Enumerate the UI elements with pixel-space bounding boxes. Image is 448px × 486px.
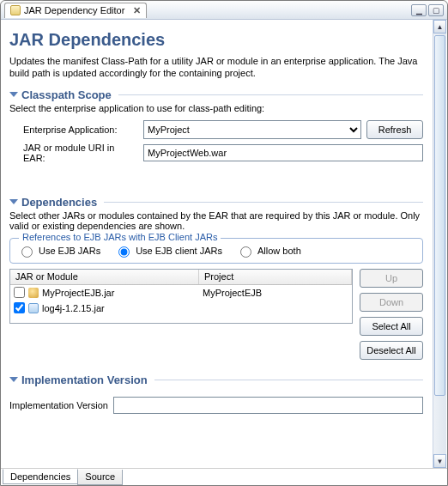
table-header-jar[interactable]: JAR or Module xyxy=(10,270,199,284)
section-header-classpath-scope[interactable]: Classpath Scope xyxy=(9,88,423,101)
implementation-version-label: Implementation Version xyxy=(9,400,108,410)
implementation-version-input[interactable] xyxy=(113,397,423,414)
window-controls: ▁ ▢ xyxy=(411,4,444,16)
enterprise-application-label: Enterprise Application: xyxy=(23,125,138,135)
dependencies-table[interactable]: JAR or Module Project MyProjectEJB.jar M… xyxy=(9,269,353,324)
ejb-reference-groupbox: References to EJB JARs with EJB Client J… xyxy=(9,238,423,264)
row-checkbox[interactable] xyxy=(14,302,25,313)
classpath-scope-description: Select the enterprise application to use… xyxy=(9,103,423,113)
minimize-button[interactable]: ▁ xyxy=(411,4,427,16)
jar-file-icon xyxy=(28,303,39,313)
bottom-tab-bar: Dependencies Source xyxy=(1,468,447,485)
chevron-down-icon[interactable] xyxy=(9,199,18,204)
jar-uri-input[interactable] xyxy=(143,144,423,161)
radio-allow-both[interactable]: Allow both xyxy=(236,244,301,258)
editor-tab[interactable]: JAR Dependency Editor ✕ xyxy=(4,3,147,18)
row-checkbox[interactable] xyxy=(14,287,25,298)
radio-use-ejb-client-jars[interactable]: Use EJB client JARs xyxy=(114,244,222,258)
section-rule xyxy=(118,94,423,95)
row-jar-name: log4j-1.2.15.jar xyxy=(42,303,105,313)
section-rule xyxy=(154,380,423,380)
section-rule xyxy=(104,202,423,203)
window-titlebar: JAR Dependency Editor ✕ ▁ ▢ xyxy=(1,1,447,20)
section-title-implementation-version: Implementation Version xyxy=(21,374,148,386)
radio-use-ejb-client-jars-input[interactable] xyxy=(118,246,130,258)
select-all-button[interactable]: Select All xyxy=(360,317,423,336)
table-row[interactable]: log4j-1.2.15.jar xyxy=(10,301,352,316)
table-row[interactable]: MyProjectEJB.jar MyProjectEJB xyxy=(10,285,352,301)
section-title-dependencies: Dependencies xyxy=(21,196,97,209)
section-title-classpath-scope: Classpath Scope xyxy=(21,88,112,101)
section-header-dependencies[interactable]: Dependencies xyxy=(9,196,423,209)
chevron-down-icon[interactable] xyxy=(9,92,18,97)
page-description: Updates the manifest Class-Path for a ut… xyxy=(9,55,423,80)
radio-use-ejb-jars[interactable]: Use EJB JARs xyxy=(17,244,100,258)
row-project: MyProjectEJB xyxy=(199,288,352,298)
radio-allow-both-input[interactable] xyxy=(240,246,251,258)
editor-tab-label: JAR Dependency Editor xyxy=(24,5,124,15)
ejb-groupbox-title: References to EJB JARs with EJB Client J… xyxy=(19,232,221,242)
radio-use-ejb-jars-input[interactable] xyxy=(21,246,33,258)
down-button[interactable]: Down xyxy=(360,293,423,312)
tab-source[interactable]: Source xyxy=(77,470,123,485)
row-jar-name: MyProjectEJB.jar xyxy=(42,288,114,298)
close-icon[interactable]: ✕ xyxy=(133,5,141,16)
jar-icon xyxy=(10,5,21,15)
section-header-implementation-version[interactable]: Implementation Version xyxy=(9,374,423,386)
up-button[interactable]: Up xyxy=(360,269,423,288)
refresh-button[interactable]: Refresh xyxy=(366,120,423,139)
dependencies-description: Select other JARs or modules contained b… xyxy=(9,210,423,231)
table-header-project[interactable]: Project xyxy=(199,270,352,284)
enterprise-application-combo[interactable]: MyProject xyxy=(143,120,361,139)
ejb-jar-icon xyxy=(28,288,39,298)
chevron-down-icon[interactable] xyxy=(9,377,18,382)
maximize-button[interactable]: ▢ xyxy=(428,4,444,16)
deselect-all-button[interactable]: Deselect All xyxy=(360,341,423,360)
jar-uri-label: JAR or module URI in EAR: xyxy=(23,143,138,163)
page-title: JAR Dependencies xyxy=(9,30,423,50)
tab-dependencies[interactable]: Dependencies xyxy=(3,469,78,484)
